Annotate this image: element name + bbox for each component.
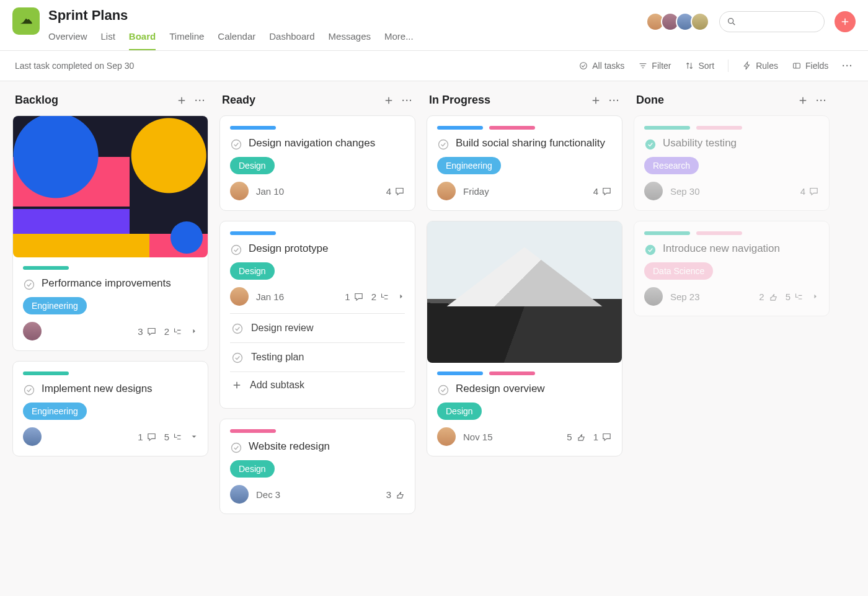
likes-count[interactable]: 2 (759, 291, 777, 302)
expand-subtasks-button[interactable] (190, 326, 198, 337)
tab-timeline[interactable]: Timeline (169, 29, 204, 50)
card-title-row: Website redesign (230, 440, 405, 454)
fields-button[interactable]: Fields (792, 61, 828, 71)
column-add-button[interactable] (176, 95, 187, 106)
all-tasks-filter[interactable]: All tasks (578, 61, 624, 71)
tag-eng[interactable]: Engineering (23, 297, 87, 314)
comments-count[interactable]: 4 (386, 186, 405, 197)
column-more-button[interactable]: ··· (609, 96, 620, 105)
complete-task-button[interactable] (23, 278, 35, 291)
complete-task-button[interactable] (437, 384, 450, 396)
complete-task-button[interactable] (230, 138, 242, 151)
column-more-button[interactable]: ··· (402, 96, 413, 105)
tag-design[interactable]: Design (230, 157, 275, 174)
tab-calendar[interactable]: Calendar (218, 29, 255, 50)
subtask-title: Design review (251, 322, 313, 334)
assignee-avatar[interactable] (644, 287, 663, 306)
sort-button[interactable]: Sort (684, 61, 714, 71)
tab-dashboard[interactable]: Dashboard (269, 29, 314, 50)
tab-more[interactable]: More... (384, 29, 414, 50)
due-date[interactable]: Jan 10 (256, 186, 284, 197)
tab-overview[interactable]: Overview (48, 29, 87, 50)
tab-board[interactable]: Board (129, 29, 156, 50)
subtask-item[interactable]: Testing plan (230, 343, 405, 372)
complete-task-button[interactable] (230, 244, 242, 256)
comments-count[interactable]: 4 (593, 186, 612, 197)
assignee-avatar[interactable] (437, 182, 456, 200)
subtask-item[interactable]: Design review (230, 314, 405, 343)
subtasks-count[interactable]: 5 (786, 291, 804, 302)
card-title-row: Design navigation changes (230, 137, 405, 151)
project-members[interactable] (646, 12, 709, 31)
column-add-button[interactable] (797, 95, 808, 106)
likes-count[interactable]: 3 (386, 489, 405, 500)
assignee-avatar[interactable] (230, 287, 249, 306)
due-date[interactable]: Nov 15 (463, 432, 493, 442)
filter-button[interactable]: Filter (638, 61, 671, 71)
complete-task-button[interactable] (230, 442, 242, 454)
assignee-avatar[interactable] (23, 322, 42, 340)
comments-count[interactable]: 1 (138, 432, 156, 442)
project-tabs: OverviewListBoardTimelineCalendarDashboa… (48, 29, 414, 50)
subtasks-count[interactable]: 5 (164, 432, 183, 442)
expand-subtasks-button[interactable] (190, 432, 198, 442)
task-card[interactable]: Design prototype DesignJan 161 2 Design … (219, 221, 415, 409)
comments-count[interactable]: 4 (800, 186, 819, 197)
tag-design[interactable]: Design (437, 403, 482, 420)
expand-subtasks-button[interactable] (397, 291, 405, 302)
tag-design[interactable]: Design (230, 262, 275, 280)
subtasks-count[interactable]: 2 (371, 291, 390, 302)
task-card[interactable]: Usability testing ResearchSep 304 (634, 115, 830, 211)
task-card[interactable]: Performance improvements Engineering3 2 (12, 115, 208, 351)
tag-eng[interactable]: Engineering (437, 157, 501, 174)
complete-task-button[interactable] (644, 138, 657, 151)
column-add-button[interactable] (383, 95, 394, 106)
card-footer-left: Sep 30 (644, 182, 700, 200)
column-more-button[interactable]: ··· (816, 96, 827, 105)
task-card[interactable]: Design navigation changes DesignJan 104 (219, 115, 415, 211)
tag-design[interactable]: Design (230, 460, 275, 478)
column-more-button[interactable]: ··· (195, 96, 206, 105)
complete-task-button[interactable] (23, 384, 35, 396)
svg-point-16 (232, 140, 241, 149)
complete-task-button[interactable] (644, 244, 657, 256)
due-date[interactable]: Dec 3 (256, 489, 280, 500)
project-icon[interactable] (12, 7, 40, 35)
likes-count[interactable]: 5 (567, 432, 585, 442)
complete-task-button[interactable] (437, 138, 450, 151)
task-card[interactable]: Website redesign DesignDec 33 (219, 419, 415, 514)
assignee-avatar[interactable] (230, 182, 249, 200)
subtasks-count[interactable]: 2 (164, 326, 183, 337)
task-card[interactable]: Introduce new navigation Data ScienceSep… (634, 221, 830, 316)
complete-subtask-button[interactable] (231, 322, 244, 335)
comments-count[interactable]: 3 (138, 326, 156, 337)
assignee-avatar[interactable] (230, 485, 249, 504)
task-card[interactable]: Redesign overview DesignNov 155 1 (427, 221, 622, 456)
comments-count[interactable]: 1 (345, 291, 363, 302)
expand-subtasks-button[interactable] (812, 291, 819, 302)
tag-research[interactable]: Research (644, 157, 699, 174)
task-card[interactable]: Implement new designs Engineering1 5 (12, 361, 208, 456)
toolbar-more-button[interactable]: ··· (842, 61, 853, 71)
rules-button[interactable]: Rules (742, 61, 778, 71)
member-avatar[interactable] (691, 12, 709, 31)
due-date[interactable]: Sep 23 (670, 291, 700, 302)
due-date[interactable]: Jan 16 (256, 291, 284, 302)
assignee-avatar[interactable] (644, 182, 663, 200)
assignee-avatar[interactable] (23, 427, 42, 446)
assignee-avatar[interactable] (437, 427, 456, 446)
card-title: Usability testing (663, 137, 737, 149)
tab-messages[interactable]: Messages (329, 29, 371, 50)
due-date[interactable]: Friday (463, 186, 489, 197)
tag-ds[interactable]: Data Science (644, 262, 713, 280)
task-card[interactable]: Build social sharing functionality Engin… (427, 115, 622, 211)
global-add-button[interactable] (835, 11, 856, 32)
column-add-button[interactable] (590, 95, 601, 106)
tab-list[interactable]: List (101, 29, 115, 50)
complete-subtask-button[interactable] (231, 352, 244, 364)
comments-count[interactable]: 1 (593, 432, 612, 442)
column-title: In Progress (429, 94, 490, 107)
tag-eng[interactable]: Engineering (23, 403, 87, 420)
add-subtask-button[interactable]: Add subtask (230, 372, 405, 398)
due-date[interactable]: Sep 30 (670, 186, 700, 197)
